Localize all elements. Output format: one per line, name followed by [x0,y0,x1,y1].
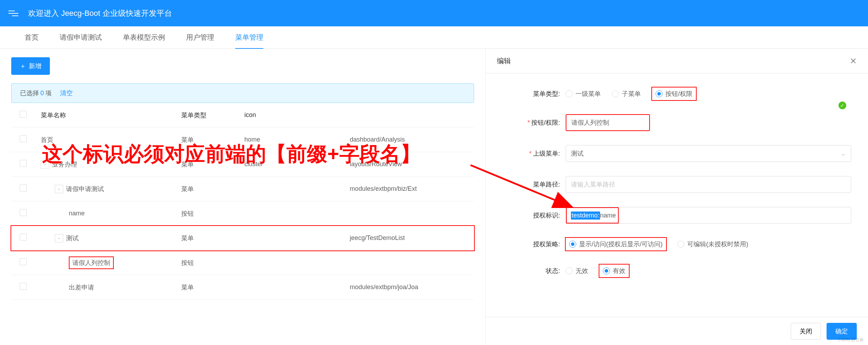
radio-icon [612,90,619,97]
menu-type-radio-0[interactable]: 一级菜单 [566,90,601,98]
radio-icon [566,90,573,97]
app-title: 欢迎进入 Jeecg-Boot 企业级快速开发平台 [28,8,172,19]
top-header: 欢迎进入 Jeecg-Boot 企业级快速开发平台 [0,0,868,26]
auth-policy-radio-0[interactable]: 显示/访问(授权后显示/可访问) [566,238,666,250]
cell-component: modules/extbpm/joa/Joa [350,284,466,291]
cell-icon: home [244,136,350,143]
edit-drawer: 编辑 ✕ 菜单类型: 一级菜单子菜单按钮/权限 *按钮/权限: 请假人列控制 ✓… [485,49,868,345]
cell-component: jeecg/TestDemoList [350,234,466,242]
cell-name: name [41,210,181,217]
add-button[interactable]: ＋ 新增 [11,57,50,75]
auth-id-label: 授权标识: [502,211,566,220]
tab-1[interactable]: 请假申请测试 [49,26,112,49]
selection-prefix: 已选择 [20,89,39,97]
tab-2[interactable]: 单表模型示例 [112,26,176,49]
parent-menu-select[interactable]: 测试 ⌄ [566,145,851,162]
close-button[interactable]: 关闭 [791,323,821,340]
auth-policy-label: 授权策略: [502,240,566,248]
status-label: 状态: [502,267,566,275]
menu-path-input[interactable]: 请输入菜单路径 [566,176,851,193]
button-perm-label: *按钮/权限: [502,118,566,127]
col-header-name: 菜单名称 [41,111,181,119]
status-radio-group: 无效有效 [566,265,851,277]
cell-name: 出差申请 [41,283,181,292]
menu-table: 菜单名称 菜单类型 icon 首页菜单homedashboard/Analysi… [11,103,474,300]
row-checkbox[interactable] [20,135,27,142]
cell-name: 请假人列控制 [41,256,181,269]
auth-policy-radio-group: 显示/访问(授权后显示/可访问)可编辑(未授权时禁用) [566,238,851,250]
cell-name: -测试 [41,234,181,242]
edit-form: 菜单类型: 一级菜单子菜单按钮/权限 *按钮/权限: 请假人列控制 ✓ *上级菜… [486,73,868,317]
cell-name: -业务办理 [41,160,181,169]
auth-policy-radio-1[interactable]: 可编辑(未授权时禁用) [677,240,748,248]
menu-path-label: 菜单路径: [502,180,566,189]
selection-count: 0 [40,90,44,97]
status-radio-0[interactable]: 无效 [566,267,588,275]
cell-type: 按钮 [181,259,244,267]
close-icon[interactable]: ✕ [850,56,857,66]
col-header-icon: icon [244,111,350,119]
radio-label: 按钮/权限 [665,90,692,98]
radio-label: 可编辑(未授权时禁用) [687,240,748,248]
main-panel: ＋ 新增 已选择 0 项 清空 菜单名称 菜单类型 icon 首页菜单homed… [0,49,485,345]
cell-type: 按钮 [181,209,244,218]
button-perm-input[interactable]: 请假人列控制 [566,114,650,131]
auth-id-input[interactable]: testdemo:name [566,207,851,224]
table-row[interactable]: name按钮 [11,201,474,226]
auth-id-highlighted: testdemo: [571,211,600,220]
table-row[interactable]: -业务办理菜单clusterlayouts/RouteView [11,152,474,177]
radio-label: 有效 [613,267,625,275]
cell-name: 首页 [41,136,181,144]
clear-selection-link[interactable]: 清空 [60,89,73,97]
row-checkbox[interactable] [20,283,27,290]
drawer-footer: 关闭 确定 [486,317,868,345]
table-row[interactable]: -测试菜单jeecg/TestDemoList [11,226,474,250]
menu-type-radio-1[interactable]: 子菜单 [612,90,641,98]
menu-type-radio-group: 一级菜单子菜单按钮/权限 [566,87,851,100]
selection-bar: 已选择 0 项 清空 [11,83,474,103]
tabs-bar: 首页请假申请测试单表模型示例用户管理菜单管理 [0,26,868,49]
radio-icon [656,90,663,97]
cell-name: -请假申请测试 [41,185,181,193]
radio-icon [569,241,576,248]
tab-4[interactable]: 菜单管理 [225,26,274,49]
row-checkbox[interactable] [20,184,27,191]
radio-label: 显示/访问(授权后显示/可访问) [579,240,663,248]
selection-suffix: 项 [45,89,52,97]
row-checkbox[interactable] [20,209,27,216]
table-header-row: 菜单名称 菜单类型 icon [11,103,474,128]
cell-component: modules/extbpm/biz/Ext [350,185,466,193]
table-row[interactable]: 首页菜单homedashboard/Analysis [11,128,474,152]
drawer-title: 编辑 [497,56,511,66]
table-row[interactable]: -请假申请测试菜单modules/extbpm/biz/Ext [11,177,474,201]
select-all-checkbox[interactable] [20,111,27,118]
row-checkbox[interactable] [20,258,27,265]
tab-3[interactable]: 用户管理 [176,26,225,49]
radio-icon [603,267,610,274]
radio-icon [566,267,573,274]
expand-icon[interactable]: - [41,160,49,169]
row-checkbox[interactable] [20,234,27,241]
table-row[interactable]: 请假人列控制按钮 [11,250,474,275]
table-row[interactable]: 出差申请菜单modules/extbpm/joa/Joa [11,275,474,300]
expand-icon[interactable]: - [55,234,63,242]
menu-toggle-icon[interactable] [8,8,20,19]
cell-type: 菜单 [181,160,244,169]
cell-type: 菜单 [181,185,244,193]
drawer-header: 编辑 ✕ [486,49,868,73]
menu-type-radio-2[interactable]: 按钮/权限 [652,87,696,100]
cell-type: 菜单 [181,136,244,144]
status-radio-1[interactable]: 有效 [599,265,629,277]
auth-id-rest: name [600,212,616,219]
plus-icon: ＋ [20,62,26,70]
row-checkbox[interactable] [20,160,27,167]
expand-icon[interactable]: - [55,185,63,193]
cell-component: layouts/RouteView [350,161,466,168]
check-icon: ✓ [839,102,846,109]
radio-label: 子菜单 [622,90,641,98]
radio-label: 一级菜单 [576,90,601,98]
parent-menu-label: *上级菜单: [502,149,566,158]
tab-0[interactable]: 首页 [14,26,49,49]
chevron-down-icon: ⌄ [841,150,846,157]
radio-icon [677,241,684,248]
